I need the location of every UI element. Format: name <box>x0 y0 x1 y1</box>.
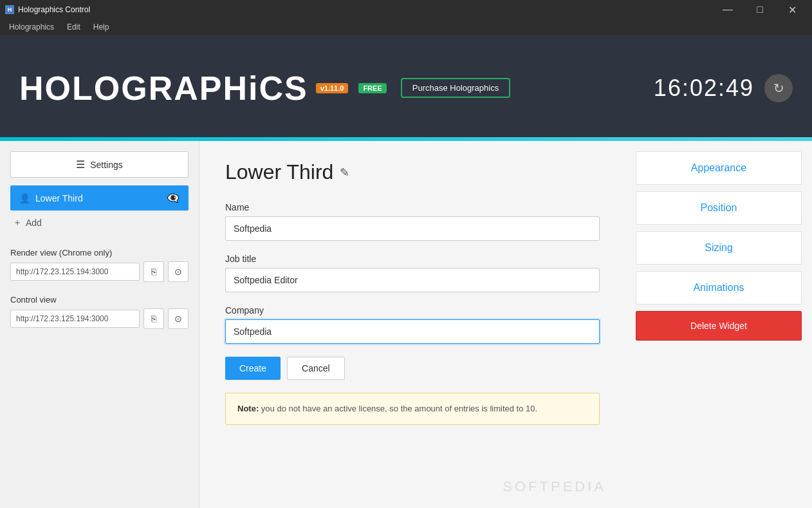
close-button[interactable]: ✕ <box>777 0 807 19</box>
logo-area: HOLOGRAPHiCS v1.11.0 FREE Purchase Holog… <box>19 69 510 108</box>
create-button[interactable]: Create <box>225 357 281 380</box>
company-label: Company <box>225 305 600 315</box>
version-badge: v1.11.0 <box>316 83 349 93</box>
control-copy-button[interactable]: ⎘ <box>143 308 164 329</box>
add-label: Add <box>26 218 42 228</box>
delete-widget-button[interactable]: Delete Widget <box>636 311 802 341</box>
hamburger-icon: ☰ <box>76 158 85 171</box>
edit-icon[interactable]: ✎ <box>340 165 349 180</box>
render-copy-button[interactable]: ⎘ <box>143 261 164 282</box>
person-icon: 👤 <box>19 193 30 203</box>
refresh-button[interactable]: ↻ <box>764 74 793 102</box>
menu-holographics[interactable]: Holographics <box>3 21 60 33</box>
animations-button[interactable]: Animations <box>636 271 802 305</box>
purchase-button[interactable]: Purchase Holographics <box>401 78 510 98</box>
control-open-button[interactable]: ⊙ <box>168 308 189 329</box>
menubar: Holographics Edit Help <box>0 19 812 35</box>
render-url-display: http://172.23.125.194:3000 <box>10 263 140 281</box>
company-input[interactable] <box>225 319 600 344</box>
name-label: Name <box>225 202 600 212</box>
note-prefix: Note: <box>237 404 259 413</box>
main-layout: ☰ Settings 👤 Lower Third 👁‍🗨 ＋ Add Rende… <box>0 141 812 508</box>
logo-text: HOLOGRAPHiCS <box>19 69 308 108</box>
sidebar-item-left: 👤 Lower Third <box>19 193 83 203</box>
control-view-section: Control view http://172.23.125.194:3000 … <box>10 295 189 329</box>
name-field-group: Name <box>225 202 600 241</box>
company-field-group: Company <box>225 305 600 344</box>
titlebar-left: H Holographics Control <box>5 5 90 14</box>
plus-icon: ＋ <box>13 217 22 229</box>
sizing-button[interactable]: Sizing <box>636 231 802 265</box>
control-view-label: Control view <box>10 295 189 305</box>
header: HOLOGRAPHiCS v1.11.0 FREE Purchase Holog… <box>0 35 812 141</box>
note-box: Note: you do not have an active license,… <box>225 393 600 425</box>
control-url-row: http://172.23.125.194:3000 ⎘ ⊙ <box>10 308 189 329</box>
render-view-label: Render view (Chrome only) <box>10 248 189 258</box>
app-title: Holographics Control <box>18 5 90 14</box>
job-title-input[interactable] <box>225 268 600 292</box>
titlebar: H Holographics Control — □ ✕ <box>0 0 812 19</box>
job-title-field-group: Job title <box>225 254 600 292</box>
menu-help[interactable]: Help <box>87 21 116 33</box>
titlebar-controls: — □ ✕ <box>713 0 807 19</box>
free-badge: FREE <box>358 83 386 93</box>
render-view-section: Render view (Chrome only) http://172.23.… <box>10 248 189 282</box>
sidebar: ☰ Settings 👤 Lower Third 👁‍🗨 ＋ Add Rende… <box>0 141 199 508</box>
control-url-display: http://172.23.125.194:3000 <box>10 310 140 328</box>
header-right: 16:02:49 ↻ <box>654 74 793 102</box>
note-text: you do not have an active license, so th… <box>261 404 537 413</box>
page-title-row: Lower Third ✎ <box>225 160 600 184</box>
render-open-button[interactable]: ⊙ <box>168 261 189 282</box>
maximize-button[interactable]: □ <box>745 0 775 19</box>
clock-display: 16:02:49 <box>654 75 754 102</box>
minimize-button[interactable]: — <box>713 0 743 19</box>
cancel-button[interactable]: Cancel <box>287 357 345 380</box>
settings-button[interactable]: ☰ Settings <box>10 151 189 178</box>
name-input[interactable] <box>225 216 600 241</box>
visibility-off-icon[interactable]: 👁‍🗨 <box>167 192 180 204</box>
form-buttons: Create Cancel <box>225 357 600 380</box>
app-icon: H <box>5 5 14 14</box>
settings-label: Settings <box>90 160 123 170</box>
menu-edit[interactable]: Edit <box>60 21 87 33</box>
right-panel: Appearance Position Sizing Animations De… <box>625 141 812 508</box>
page-title-text: Lower Third <box>225 160 333 184</box>
appearance-button[interactable]: Appearance <box>636 151 802 185</box>
job-title-label: Job title <box>225 254 600 264</box>
render-url-row: http://172.23.125.194:3000 ⎘ ⊙ <box>10 261 189 282</box>
watermark: SOFTPEDIA <box>503 478 606 495</box>
content-area: Lower Third ✎ Name Job title Company Cre… <box>199 141 625 508</box>
sidebar-item-lower-third[interactable]: 👤 Lower Third 👁‍🗨 <box>10 185 189 211</box>
add-button[interactable]: ＋ Add <box>10 211 44 235</box>
sidebar-item-label: Lower Third <box>35 193 83 203</box>
position-button[interactable]: Position <box>636 191 802 225</box>
